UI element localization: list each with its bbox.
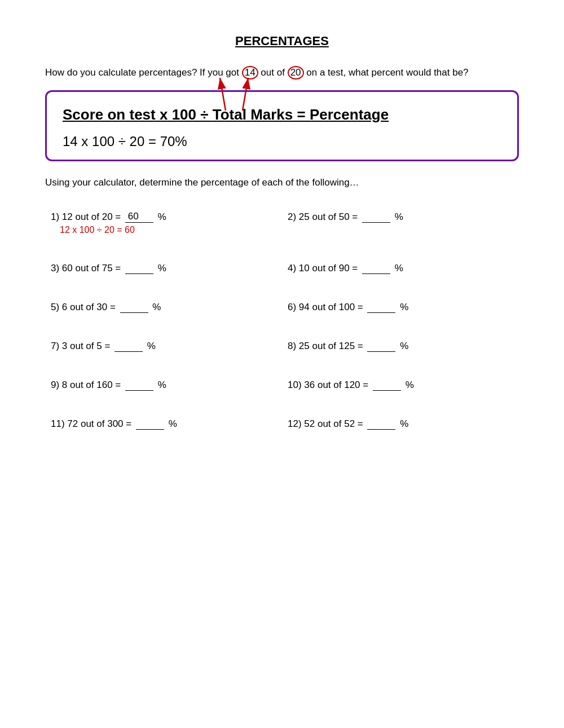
num2-circled: 20	[288, 66, 304, 80]
q3-label: 3) 60 out of 75 =	[51, 263, 124, 273]
q1-answer: 60	[125, 211, 153, 223]
q9-label: 9) 8 out of 160 =	[51, 380, 124, 390]
q8-answer	[367, 340, 395, 352]
q6-label: 6) 94 out of 100 =	[288, 302, 365, 312]
page-title: PERCENTAGES	[45, 34, 519, 48]
q2-answer	[362, 211, 390, 223]
question-5: 5) 6 out of 30 = %	[45, 291, 282, 319]
q2-label: 2) 25 out of 50 =	[288, 211, 360, 222]
instructions-text: Using your calculator, determine the per…	[45, 177, 519, 188]
q7-label: 7) 3 out of 5 =	[51, 341, 113, 351]
q11-answer	[136, 418, 164, 430]
question-3: 3) 60 out of 75 = %	[45, 252, 282, 280]
formula-line2: 14 x 100 ÷ 20 = 70%	[63, 134, 501, 149]
questions-grid: 1) 12 out of 20 = 60 % 12 x 100 ÷ 20 = 6…	[45, 201, 519, 435]
q10-answer	[373, 379, 401, 391]
q1-worked: 12 x 100 ÷ 20 = 60	[51, 225, 276, 235]
q3-answer	[125, 262, 153, 274]
q12-label: 12) 52 out of 52 =	[288, 418, 365, 429]
q4-answer	[362, 262, 390, 274]
q5-label: 5) 6 out of 30 =	[51, 302, 118, 312]
question-11: 11) 72 out of 300 = %	[45, 408, 282, 435]
q8-label: 8) 25 out of 125 =	[288, 341, 365, 351]
q1-label: 1) 12 out of 20 =	[51, 211, 124, 222]
question-7: 7) 3 out of 5 = %	[45, 330, 282, 358]
question-10: 10) 36 out of 120 = %	[282, 369, 519, 396]
question-2: 2) 25 out of 50 = %	[282, 201, 519, 241]
q7-answer	[114, 340, 143, 352]
q4-label: 4) 10 out of 90 =	[288, 263, 360, 273]
question-4: 4) 10 out of 90 = %	[282, 252, 519, 280]
question-1: 1) 12 out of 20 = 60 % 12 x 100 ÷ 20 = 6…	[45, 201, 282, 241]
question-6: 6) 94 out of 100 = %	[282, 291, 519, 319]
q11-label: 11) 72 out of 300 =	[51, 418, 134, 429]
num1-circled: 14	[242, 66, 258, 80]
q6-answer	[367, 301, 395, 313]
formula-box: Score on test x 100 ÷ Total Marks = Perc…	[45, 90, 519, 161]
q5-answer	[120, 301, 148, 313]
q12-answer	[367, 418, 395, 430]
question-8: 8) 25 out of 125 = %	[282, 330, 519, 358]
question-12: 12) 52 out of 52 = %	[282, 408, 519, 435]
q9-answer	[125, 379, 153, 391]
intro-paragraph: How do you calculate percentages? If you…	[45, 65, 519, 80]
question-9: 9) 8 out of 160 = %	[45, 369, 282, 396]
q10-label: 10) 36 out of 120 =	[288, 380, 371, 390]
intro-section: How do you calculate percentages? If you…	[45, 65, 519, 80]
formula-line1: Score on test x 100 ÷ Total Marks = Perc…	[63, 104, 501, 125]
